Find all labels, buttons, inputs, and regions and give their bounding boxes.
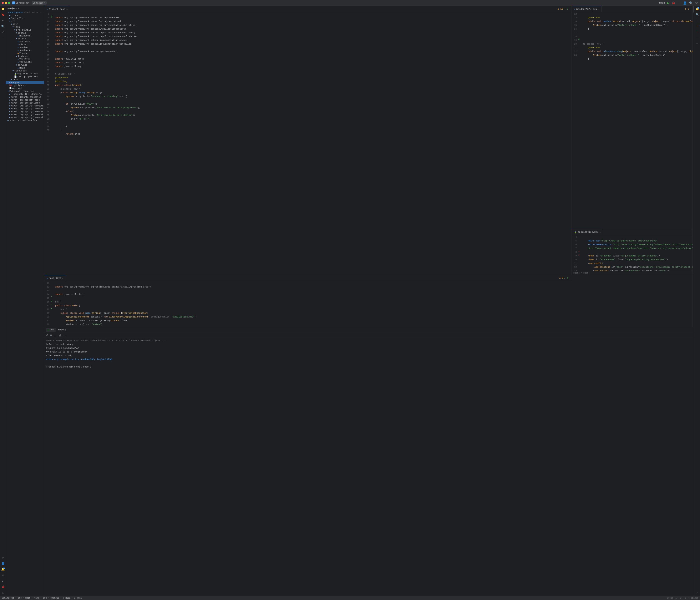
hints-icon[interactable]: — bbox=[695, 35, 700, 40]
run-bottom-icon[interactable]: ▶ bbox=[1, 579, 5, 583]
appxml-tab[interactable]: 🍃 application.xml ✕ bbox=[572, 229, 603, 235]
tree-item-class[interactable]: ☕ Class bbox=[6, 43, 44, 46]
terminal-icon[interactable]: ⌨ bbox=[1, 573, 5, 577]
tree-item-maven6[interactable]: ▶ Maven: org.springframework bbox=[6, 110, 44, 113]
tree-item-listener[interactable]: ▼ listener bbox=[6, 55, 44, 58]
tree-item-orgexample[interactable]: ▼ org.example bbox=[6, 28, 44, 31]
debug-bottom-icon[interactable]: 🐞 bbox=[1, 584, 5, 589]
tree-item-mainconf[interactable]: ☕ MainConf bbox=[6, 34, 44, 37]
tree-item-gitignore[interactable]: 🚫 .gitignore bbox=[6, 84, 44, 87]
inspect-icon[interactable]: 🔍 bbox=[695, 13, 700, 17]
tree-item-idea[interactable]: ▶ .idea bbox=[6, 14, 44, 17]
tree-item-entity[interactable]: ▼ entity bbox=[6, 37, 44, 40]
close-button[interactable] bbox=[2, 2, 4, 4]
problems-icon[interactable]: ⚠ bbox=[1, 591, 5, 595]
tree-item-maven5[interactable]: ▶ Maven: org.springframework bbox=[6, 107, 44, 110]
tree-item-maven3[interactable]: ▶ Maven: org.projectlombo bbox=[6, 101, 44, 104]
status-src[interactable]: src bbox=[18, 597, 22, 599]
studentaop-code-area[interactable]: 121314151617181920212223 @ bbox=[572, 12, 693, 229]
tree-item-pomxml[interactable]: 📄 pom.xml bbox=[6, 87, 44, 90]
tree-item-studenta[interactable]: ☕ StudentA bbox=[6, 49, 44, 52]
run-button[interactable]: ▶ bbox=[667, 1, 670, 5]
main-code-area[interactable]: 11121314151617181920212223242526 * ▶ * ▶ bbox=[44, 281, 572, 327]
maximize-button[interactable] bbox=[8, 2, 10, 4]
tree-item-mainservice[interactable]: ☕ Main bbox=[6, 67, 44, 69]
print-button[interactable]: 🖨 bbox=[59, 334, 61, 337]
errors-icon-rail[interactable]: — bbox=[695, 30, 700, 34]
tree-item-main[interactable]: ▼ main bbox=[6, 23, 44, 26]
tree-item-testev[interactable]: ☕ TestEven bbox=[6, 58, 44, 61]
main-tab-close[interactable]: ✕ bbox=[62, 277, 64, 279]
tree-item-corretto[interactable]: ▶ < corretto-17 > /Users/... bbox=[6, 93, 44, 96]
notification-icon[interactable]: 🔔 bbox=[1, 567, 5, 572]
project-icon[interactable]: 📁 bbox=[1, 7, 5, 11]
student-tab-close[interactable]: ✕ bbox=[67, 8, 68, 10]
tree-item-service[interactable]: ▼ service bbox=[6, 64, 44, 67]
search-button[interactable]: 🔍 bbox=[689, 1, 693, 5]
scroll-up-button[interactable]: ↑ bbox=[53, 334, 55, 337]
tree-item-scratches[interactable]: ▶ Scratches and Consoles bbox=[6, 119, 44, 122]
tree-item-artteach[interactable]: ☕ ArtTeach bbox=[6, 40, 44, 43]
minimize-button[interactable] bbox=[5, 2, 7, 4]
appxml-code-area[interactable]: 4567891011121314 ✕ ✕ xmlns:aop="http bbox=[572, 235, 693, 271]
more-button[interactable]: ⋯ bbox=[677, 1, 681, 5]
user-icon[interactable]: 👤 bbox=[1, 561, 5, 566]
more-options-icon[interactable]: ⋯ bbox=[569, 7, 570, 10]
tree-item-maven4[interactable]: ▶ Maven: org.springframework bbox=[6, 104, 44, 107]
tree-item-maven1[interactable]: ▶ Maven: jakarta.annotatio bbox=[6, 96, 44, 99]
status-main[interactable]: main bbox=[25, 597, 30, 599]
main-tab[interactable]: ☕ Main.java ✕ bbox=[44, 275, 66, 281]
scroll-down-button[interactable]: ↓ bbox=[56, 334, 58, 337]
status-springtest[interactable]: SpringTest bbox=[2, 597, 14, 599]
studentaop-more[interactable]: ⋯ bbox=[690, 7, 691, 10]
git-icon[interactable]: ⎇ bbox=[1, 30, 5, 34]
scrollbar-thumb-right[interactable] bbox=[693, 6, 694, 13]
studentaop-tab[interactable]: ☕ StudentAOP.java ✕ bbox=[572, 6, 601, 12]
warnings-icon[interactable]: — bbox=[695, 24, 700, 28]
typo-icon[interactable]: — bbox=[695, 41, 700, 46]
more-tools-icon[interactable]: ⋯ bbox=[1, 36, 5, 41]
tree-item-testlist[interactable]: ☕ TestListe bbox=[6, 61, 44, 64]
bookmark-icon[interactable]: 🔖 bbox=[1, 13, 5, 17]
status-example[interactable]: example bbox=[50, 597, 59, 599]
tree-item-maven7[interactable]: ▶ Maven: org.springframework bbox=[6, 113, 44, 116]
tree-item-testprop[interactable]: 📄 test.properties bbox=[6, 75, 44, 78]
status-java[interactable]: java bbox=[34, 597, 39, 599]
branch-selector[interactable]: ⎇ master ▾ bbox=[32, 1, 47, 5]
run-tab[interactable]: ▶ Run bbox=[46, 328, 56, 332]
debug-button[interactable]: 🐞 bbox=[671, 1, 676, 5]
tree-item-config[interactable]: ▼ config bbox=[6, 31, 44, 34]
tree-item-springtest2[interactable]: ▶ SpringTest bbox=[6, 17, 44, 20]
tree-item-maven8[interactable]: ▶ Maven: org.springframework bbox=[6, 116, 44, 119]
main-terminal-close[interactable]: ✕ bbox=[65, 329, 66, 331]
stop-button[interactable]: ⏹ bbox=[50, 334, 52, 337]
power-save-icon[interactable]: ⚡ bbox=[695, 591, 700, 595]
tree-item-java[interactable]: ▼ java bbox=[6, 26, 44, 28]
tree-item-student[interactable]: ☕ Student bbox=[6, 46, 44, 49]
tree-item-maven2[interactable]: ▶ Maven: org.aspectj:aspe bbox=[6, 99, 44, 101]
tree-item-teacher[interactable]: ◉ Teacher bbox=[6, 52, 44, 55]
tree-item-resources[interactable]: ▼ resources bbox=[6, 69, 44, 72]
terminal-more[interactable]: ⋯ bbox=[63, 334, 66, 337]
find-icon[interactable]: 🔍 bbox=[1, 24, 5, 29]
structure-icon[interactable]: ≡ bbox=[1, 18, 5, 23]
notifications-right-icon[interactable]: 🔔 bbox=[695, 7, 700, 11]
rerun-button[interactable]: ↺ bbox=[46, 334, 48, 337]
studentaop-tab-close[interactable]: ✕ bbox=[598, 8, 599, 10]
tree-item-target[interactable]: ▶ target bbox=[6, 81, 44, 84]
appxml-tab-close[interactable]: ✕ bbox=[599, 231, 601, 233]
settings-bottom-icon[interactable]: ⚙ bbox=[1, 555, 5, 560]
tree-item-test[interactable]: ▶ test bbox=[6, 78, 44, 81]
profile-button[interactable]: 👤 bbox=[683, 1, 687, 5]
appxml-more[interactable]: ⋯ bbox=[690, 231, 691, 233]
main-terminal-tab[interactable]: Main ✕ bbox=[56, 328, 68, 332]
student-code-area[interactable]: 8910111213141516171819202122232425262728… bbox=[44, 12, 572, 275]
status-mainclass[interactable]: ⊙ Main bbox=[63, 597, 70, 599]
tree-item-src[interactable]: ▼ src bbox=[6, 20, 44, 23]
status-mainmethod[interactable]: ⊙ main bbox=[74, 597, 82, 599]
student-tab[interactable]: ☕ Student.java ✕ bbox=[44, 6, 70, 12]
settings-button[interactable]: ⚙ bbox=[695, 1, 698, 5]
main-more[interactable]: ⋯ bbox=[569, 277, 571, 279]
tree-item-appxml[interactable]: 🍃 application.xml bbox=[6, 72, 44, 75]
status-org[interactable]: org bbox=[43, 597, 47, 599]
